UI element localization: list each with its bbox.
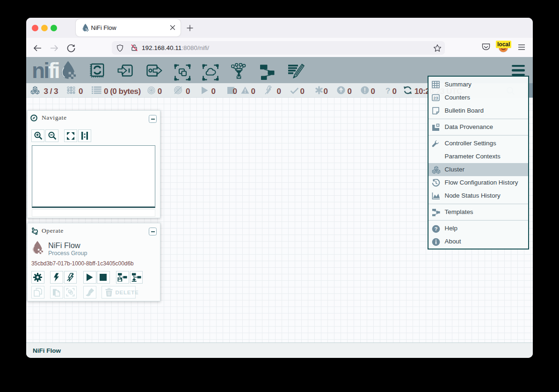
- svg-text:23: 23: [433, 96, 438, 100]
- svg-text:?: ?: [434, 226, 437, 232]
